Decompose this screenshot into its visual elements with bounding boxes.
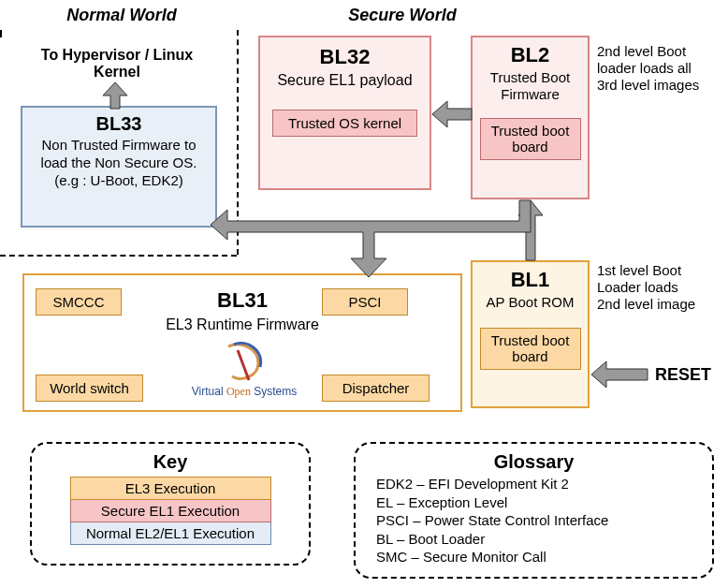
bl31-tag-dispatcher: Dispatcher [322, 375, 430, 402]
arrow-reset-to-bl1 [591, 361, 648, 388]
bl31-tag-psci: PSCI [322, 288, 408, 316]
bl31-tag-world-switch: World switch [36, 375, 143, 402]
arrow-bl33-to-hypervisor [101, 82, 129, 109]
bl33-desc: Non Trusted Firmware to load the Non Sec… [28, 137, 210, 189]
glossary-line: PSCI – Power State Control Interface [376, 511, 699, 530]
bl32-desc: Secure EL1 payload [268, 71, 422, 89]
normal-world-label: Normal World [37, 6, 206, 25]
bl1-box: BL1 AP Boot ROM Trusted boot board [471, 260, 590, 408]
bl33-title: BL33 [28, 113, 210, 135]
bl2-desc: Trusted Boot Firmware [478, 69, 582, 103]
world-divider-horizontal [0, 255, 237, 257]
reset-label: RESET [655, 365, 711, 385]
bl2-trusted-boot-board: Trusted boot board [480, 118, 581, 160]
svg-marker-4 [211, 200, 531, 277]
bl33-box: BL33 Non Trusted Firmware to load the No… [21, 106, 217, 228]
key-normal-el: Normal EL2/EL1 Execution [70, 522, 271, 545]
glossary-line: EDK2 – EFI Development Kit 2 [376, 475, 699, 493]
key-title: Key [45, 451, 296, 473]
bl1-side-label: 1st level Boot Loader loads 2nd level im… [597, 262, 700, 313]
bl32-title: BL32 [268, 45, 422, 69]
bl2-title: BL2 [478, 43, 582, 67]
glossary-box: Glossary EDK2 – EFI Development Kit 2 EL… [354, 442, 714, 579]
bl31-desc: EL3 Runtime Firmware [24, 316, 460, 333]
dash-stub-1 [0, 30, 2, 37]
bl1-trusted-boot-board: Trusted boot board [480, 328, 581, 370]
glossary-title: Glossary [369, 451, 699, 473]
bl2-box: BL2 Trusted Boot Firmware Trusted boot b… [471, 36, 590, 199]
key-secure-el1: Secure EL1 Execution [70, 500, 271, 522]
key-el3: EL3 Execution [70, 477, 271, 500]
svg-marker-1 [432, 101, 472, 127]
bl32-box: BL32 Secure EL1 payload Trusted OS kerne… [258, 36, 431, 190]
hypervisor-label: To Hypervisor / Linux Kernel [19, 47, 215, 81]
bl32-trusted-os-kernel: Trusted OS kernel [272, 110, 417, 137]
bl31-tag-smccc: SMCCC [36, 288, 122, 316]
boot-flow-diagram: Normal World Secure World To Hypervisor … [0, 0, 728, 588]
bl2-side-label: 2nd level Boot loader loads all 3rd leve… [597, 43, 700, 94]
key-box: Key EL3 Execution Secure EL1 Execution N… [30, 442, 311, 566]
glossary-line: SMC – Secure Monitor Call [376, 548, 699, 566]
glossary-lines: EDK2 – EFI Development Kit 2 EL – Except… [369, 475, 699, 566]
bl1-desc: AP Boot ROM [478, 294, 582, 311]
vos-logo-icon [221, 341, 268, 384]
arrow-bl2-to-bl32 [432, 101, 472, 127]
arrow-bl2-to-bl33-bl31 [211, 200, 547, 277]
secure-world-label: Secure World [299, 6, 505, 25]
bl31-box: BL31 EL3 Runtime Firmware SMCCC PSCI Wor… [22, 273, 462, 412]
glossary-line: EL – Exception Level [376, 493, 699, 512]
svg-marker-0 [103, 82, 127, 109]
bl31-logo: Virtual Open Systems [188, 341, 300, 399]
svg-marker-3 [591, 361, 648, 388]
glossary-line: BL – Boot Loader [376, 530, 699, 549]
